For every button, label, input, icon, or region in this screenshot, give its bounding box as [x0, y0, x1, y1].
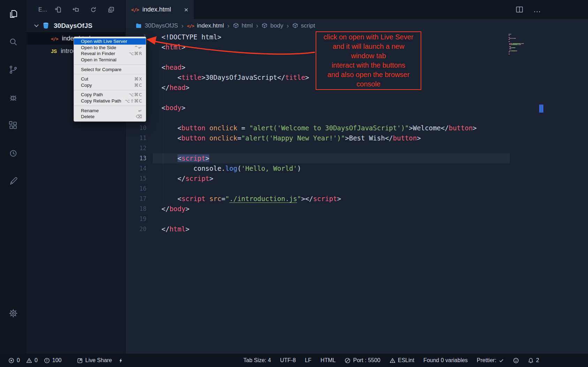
- code-line-18[interactable]: </body>: [161, 204, 588, 214]
- extensions-icon[interactable]: [0, 112, 27, 139]
- status-encoding-label: UTF-8: [280, 357, 296, 364]
- code-line-7[interactable]: [161, 93, 588, 103]
- menu-item-label: Select for Compare: [81, 67, 121, 72]
- status-prettier[interactable]: Prettier:: [477, 357, 504, 364]
- code-line-14[interactable]: console.log('Hello, World'): [161, 163, 588, 174]
- minimap-line: [508, 47, 538, 48]
- breadcrumb-label: script: [301, 22, 315, 29]
- status-eol[interactable]: LF: [305, 357, 311, 364]
- explorer-actions: [54, 6, 115, 14]
- menu-item-open-with-live-server[interactable]: Open with Live Server: [74, 38, 146, 45]
- smiley-icon: [513, 358, 519, 364]
- folder-row-30daysofjs[interactable]: 30DaysOfJS: [27, 19, 125, 32]
- run-debug-icon[interactable]: [0, 84, 27, 112]
- new-file-icon[interactable]: [54, 6, 61, 14]
- minimap-line: [508, 44, 538, 45]
- status-errors-label: 0: [17, 357, 20, 364]
- status-tab-size[interactable]: Tab Size: 4: [243, 357, 271, 364]
- line-number: 15: [126, 174, 146, 184]
- menu-item-cut[interactable]: Cut⌘X: [74, 76, 146, 82]
- status-bar-right: Tab Size: 4UTF-8LFHTMLPort : 5500ESLintF…: [243, 357, 588, 364]
- explorer-icon[interactable]: [0, 0, 27, 28]
- code-line-13[interactable]: <script>: [161, 153, 588, 163]
- status-lightning[interactable]: [118, 358, 123, 364]
- annotation-line: console: [316, 79, 421, 89]
- status-variables[interactable]: Found 0 variables: [423, 357, 468, 364]
- status-bar: 00100Live Share Tab Size: 4UTF-8LFHTMLPo…: [0, 354, 588, 367]
- code-line-17[interactable]: <script src="./introduction.js"></script…: [161, 194, 588, 204]
- code-line-16[interactable]: [161, 184, 588, 194]
- status-errors[interactable]: 0: [8, 357, 20, 364]
- breadcrumb-item-30daysofjs[interactable]: 30DaysOfJS: [135, 22, 178, 29]
- code-line-10[interactable]: <button onclick = "alert('Welcome to 30D…: [161, 123, 588, 133]
- line-number: 14: [126, 163, 146, 174]
- cube-icon: [262, 23, 267, 29]
- split-editor-icon[interactable]: [515, 6, 523, 14]
- breadcrumb-item-html[interactable]: html: [233, 22, 253, 29]
- minimap[interactable]: [508, 34, 538, 55]
- status-port[interactable]: Port : 5500: [345, 357, 380, 364]
- menu-item-rename[interactable]: Rename↵: [74, 107, 146, 114]
- history-clock-icon[interactable]: [0, 139, 27, 167]
- code-line-12[interactable]: [161, 143, 588, 153]
- tab-index-html[interactable]: </> index.html ×: [126, 0, 194, 19]
- collapse-all-icon[interactable]: [107, 6, 115, 14]
- minimap-line: [508, 45, 538, 46]
- status-info[interactable]: 100: [44, 357, 62, 364]
- new-folder-icon[interactable]: [71, 6, 79, 14]
- info-icon: [44, 358, 50, 364]
- code-line-20[interactable]: </html>: [161, 224, 588, 234]
- line-number: 13: [126, 153, 146, 163]
- feedback-pen-icon[interactable]: [0, 167, 27, 195]
- chevron-right-icon: ›: [227, 22, 230, 30]
- error-icon: [8, 358, 14, 364]
- menu-item-label: Cut: [81, 76, 88, 82]
- code-line-15[interactable]: </script>: [161, 174, 588, 184]
- close-tab-icon[interactable]: ×: [184, 6, 188, 13]
- bell-icon: [528, 358, 534, 364]
- menu-item-copy-relative-path[interactable]: Copy Relative Path⌥⇧⌘C: [74, 98, 146, 104]
- code-line-8[interactable]: <body>: [161, 103, 588, 113]
- refresh-icon[interactable]: [89, 6, 97, 14]
- js-file-icon: JS: [51, 47, 57, 55]
- code-line-9[interactable]: [161, 113, 588, 123]
- menu-item-open-to-the-side[interactable]: Open to the Side^↵: [74, 45, 146, 51]
- tab-label: index.html: [142, 6, 171, 13]
- status-smiley[interactable]: [513, 358, 519, 364]
- status-language[interactable]: HTML: [321, 357, 336, 364]
- status-language-label: HTML: [321, 357, 336, 364]
- code-line-11[interactable]: <button onclick="alert('Happy New Year!'…: [161, 133, 588, 143]
- menu-item-open-in-terminal[interactable]: Open in Terminal: [74, 57, 146, 63]
- more-actions-icon[interactable]: …: [533, 5, 542, 14]
- menu-item-label: Copy Relative Path: [81, 98, 121, 104]
- menu-item-delete[interactable]: Delete⌫: [74, 114, 146, 120]
- status-eslint[interactable]: ESLint: [390, 357, 414, 364]
- html-file-icon: </>: [131, 7, 139, 13]
- status-warnings[interactable]: 0: [26, 357, 38, 364]
- annotation-line: and also open the browser: [316, 70, 421, 79]
- breadcrumb-item-index-html[interactable]: </>index.html: [187, 22, 224, 29]
- minimap-line: [508, 38, 538, 39]
- menu-item-copy[interactable]: Copy⌘C: [74, 82, 146, 89]
- status-notifications[interactable]: 2: [528, 357, 539, 364]
- search-icon[interactable]: [0, 28, 27, 56]
- breadcrumb-label: 30DaysOfJS: [145, 22, 178, 29]
- menu-item-reveal-in-finder[interactable]: Reveal in Finder⌥⌘R: [74, 51, 146, 57]
- breadcrumb-item-body[interactable]: body: [262, 22, 283, 29]
- menu-item-select-for-compare[interactable]: Select for Compare: [74, 66, 146, 72]
- scrollbar-marker: [539, 105, 543, 113]
- menu-item-shortcut: ⌥⌘R: [129, 51, 142, 56]
- source-control-icon[interactable]: [0, 56, 27, 84]
- menu-item-shortcut: ↵: [138, 108, 142, 113]
- menu-item-shortcut: ⌘C: [134, 83, 142, 88]
- status-encoding[interactable]: UTF-8: [280, 357, 296, 364]
- status-live-share[interactable]: Live Share: [77, 357, 112, 364]
- editor-actions: …: [515, 0, 542, 19]
- settings-gear-icon[interactable]: [0, 299, 27, 327]
- menu-item-label: Open in Terminal: [81, 57, 116, 62]
- status-warnings-label: 0: [35, 357, 38, 364]
- code-line-19[interactable]: [161, 214, 588, 224]
- breadcrumb-item-script[interactable]: script: [292, 22, 315, 29]
- menu-item-copy-path[interactable]: Copy Path⌥⌘C: [74, 92, 146, 98]
- html-icon: </>: [187, 22, 194, 29]
